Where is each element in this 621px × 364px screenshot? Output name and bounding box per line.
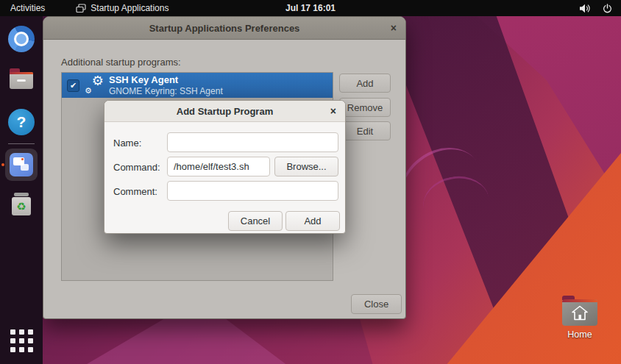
desktop-screen: Home Activities Startup Applications Jul…	[0, 0, 621, 364]
window-titlebar[interactable]: Startup Applications Preferences ×	[43, 17, 405, 40]
chromium-icon	[8, 26, 35, 52]
activities-button[interactable]: Activities	[10, 3, 45, 13]
window-close-button[interactable]: ×	[391, 17, 397, 39]
list-item-subtitle: GNOME Keyring: SSH Agent	[109, 86, 223, 96]
grid-dot	[19, 347, 24, 352]
folder-slot	[17, 79, 26, 82]
command-label: Command:	[113, 162, 160, 173]
active-app-highlight	[5, 149, 38, 181]
cancel-button[interactable]: Cancel	[228, 211, 283, 231]
top-bar: Activities Startup Applications Jul 17 1…	[0, 0, 621, 16]
dock-item-startup-applications[interactable]	[0, 149, 43, 181]
grid-dot	[28, 338, 33, 343]
grid-dot	[10, 338, 15, 343]
dock: ? ♻	[0, 16, 43, 364]
comment-label: Comment:	[113, 186, 157, 197]
command-field[interactable]	[167, 157, 270, 176]
clock[interactable]: Jul 17 16:01	[285, 3, 336, 13]
startup-applications-icon	[10, 153, 33, 176]
add-startup-program-dialog: Add Startup Program × Name: Command: Bro…	[104, 100, 346, 234]
app-menu[interactable]: Startup Applications	[76, 3, 168, 13]
desktop-home-icon[interactable]: Home	[561, 299, 599, 340]
dock-item-trash[interactable]: ♻	[0, 193, 43, 215]
list-item-text: SSH Key Agent GNOME Keyring: SSH Agent	[109, 74, 223, 96]
list-item-title: SSH Key Agent	[109, 74, 223, 86]
name-label: Name:	[113, 138, 141, 149]
files-icon	[10, 72, 33, 89]
grid-dot	[19, 329, 24, 335]
edit-button[interactable]: Edit	[339, 121, 391, 140]
dialog-add-button[interactable]: Add	[285, 211, 340, 231]
recycle-glyph: ♻	[12, 197, 31, 215]
comment-field[interactable]	[167, 181, 338, 201]
house-icon	[571, 305, 589, 321]
show-applications-button[interactable]	[10, 329, 33, 352]
enabled-checkbox[interactable]: ✔	[67, 79, 79, 92]
dock-item-help[interactable]: ?	[0, 109, 43, 135]
name-field[interactable]	[167, 132, 338, 152]
close-button[interactable]: Close	[351, 294, 402, 314]
grid-dot	[28, 347, 33, 352]
window-stack-icon	[76, 4, 86, 13]
power-icon[interactable]	[603, 4, 612, 13]
window-shape	[21, 164, 29, 171]
browse-button[interactable]: Browse...	[274, 157, 338, 176]
running-indicator-dot	[1, 163, 4, 166]
window-dot	[21, 158, 24, 160]
home-folder-icon	[562, 299, 597, 326]
dock-separator	[8, 143, 35, 144]
dialog-close-button[interactable]: ×	[330, 101, 336, 121]
system-status-area[interactable]	[580, 0, 612, 16]
grid-dot	[10, 329, 15, 335]
question-mark-glyph: ?	[17, 113, 26, 131]
dialog-titlebar[interactable]: Add Startup Program ×	[104, 101, 345, 122]
window-title: Startup Applications Preferences	[149, 23, 300, 34]
app-menu-label: Startup Applications	[91, 3, 168, 13]
grid-dot	[10, 347, 15, 352]
help-icon: ?	[8, 109, 35, 135]
grid-dot	[19, 338, 24, 343]
grid-dot	[28, 329, 33, 335]
section-label: Additional startup programs:	[61, 57, 181, 68]
dock-item-chromium[interactable]	[0, 26, 43, 52]
volume-icon[interactable]	[580, 4, 591, 13]
home-icon-label: Home	[567, 329, 592, 340]
add-button[interactable]: Add	[339, 74, 391, 93]
dialog-title: Add Startup Program	[177, 106, 273, 117]
gears-icon: ⚙ ⚙	[85, 76, 104, 95]
dock-item-files[interactable]	[0, 66, 43, 89]
remove-button[interactable]: Remove	[339, 98, 391, 117]
list-item-ssh-key-agent[interactable]: ✔ ⚙ ⚙ SSH Key Agent GNOME Keyring: SSH A…	[62, 73, 333, 98]
trash-icon: ♻	[11, 193, 32, 215]
